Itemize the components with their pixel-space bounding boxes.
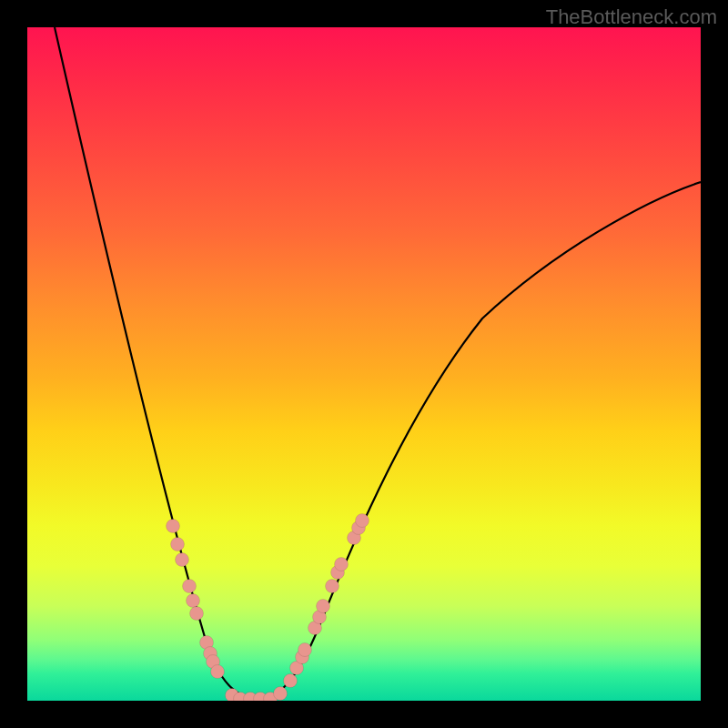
data-point: [335, 558, 349, 571]
data-point: [167, 520, 180, 533]
data-point: [190, 607, 204, 621]
data-point: [226, 689, 239, 702]
data-point: [274, 687, 288, 701]
data-point: [264, 693, 278, 702]
data-point: [326, 580, 339, 593]
data-point: [308, 622, 322, 635]
data-point: [211, 665, 225, 679]
data-point: [290, 662, 304, 675]
data-point: [298, 643, 312, 657]
data-point: [244, 693, 258, 702]
data-point: [234, 693, 248, 702]
data-point: [254, 693, 268, 702]
data-dots-left: [167, 520, 288, 702]
chart-svg: [27, 27, 701, 701]
data-point: [204, 647, 217, 661]
data-point: [183, 580, 197, 593]
data-point: [296, 651, 309, 664]
data-point: [207, 655, 220, 669]
data-point: [171, 538, 185, 551]
watermark-text: TheBottleneck.com: [546, 5, 717, 29]
data-point: [331, 566, 345, 580]
bottleneck-curve: [55, 27, 701, 699]
chart-plot-area: [27, 27, 701, 701]
data-point: [313, 611, 327, 624]
data-dots-right: [284, 514, 369, 688]
data-point: [356, 514, 369, 528]
data-point: [317, 600, 330, 613]
data-point: [284, 674, 298, 688]
data-point: [187, 594, 200, 608]
data-point: [352, 521, 366, 535]
data-point: [176, 553, 189, 567]
data-point: [200, 636, 214, 650]
data-point: [348, 531, 361, 545]
